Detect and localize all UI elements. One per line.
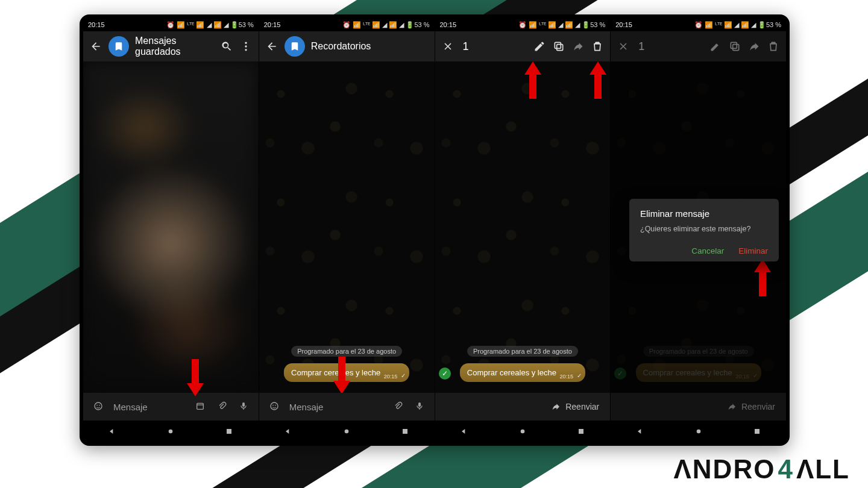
emoji-icon[interactable] [92, 401, 105, 413]
attach-icon[interactable] [215, 401, 228, 413]
delete-dialog: Eliminar mensaje ¿Quieres eliminar este … [629, 199, 779, 261]
bookmark-avatar[interactable] [285, 36, 305, 57]
back-icon[interactable] [265, 40, 278, 53]
back-icon[interactable] [89, 40, 102, 53]
message-bubble: Comprar cereales y leche 20:15 ✓ [636, 363, 761, 382]
selection-count: 1 [461, 40, 527, 53]
status-bar: 20:15 ⏰ 📶 ᴸᵀᴱ 📶 ◢ 📶 ◢ 🔋53 % [83, 18, 259, 31]
scheduled-badge: Programado para el 23 de agosto [467, 346, 578, 357]
sent-check-icon: ✓ [401, 372, 406, 379]
clock: 20:15 [440, 21, 457, 28]
mic-icon[interactable] [413, 401, 426, 413]
svg-rect-7 [242, 402, 245, 407]
svg-rect-6 [197, 403, 203, 409]
selection-check-icon: ✓ [439, 368, 451, 380]
forward-icon [551, 402, 561, 411]
nav-home-icon[interactable] [693, 426, 704, 437]
screenshot-4: 20:15 ⏰ 📶 ᴸᵀᴱ 📶 ◢ 📶 ◢ 🔋53 % 1 Programado… [610, 18, 786, 442]
chat-title: Mensajes guardados [135, 36, 214, 57]
message-placeholder[interactable]: Mensaje [113, 402, 185, 412]
forward-bar: Reenviar [611, 393, 786, 421]
bookmark-avatar[interactable] [108, 36, 129, 57]
forward-icon [747, 40, 761, 53]
app-bar: Mensajes guardados [83, 31, 259, 61]
more-icon[interactable] [239, 40, 253, 53]
screenshots-row: 20:15 ⏰ 📶 ᴸᵀᴱ 📶 ◢ 📶 ◢ 🔋53 % Mensajes gua… [80, 14, 790, 446]
svg-rect-21 [731, 42, 737, 48]
watermark-logo: ΛNDRO4ΛLL [674, 454, 851, 484]
calendar-icon[interactable] [193, 401, 207, 413]
chat-area[interactable]: Programado para el 23 de agosto Comprar … [259, 61, 435, 393]
chat-title: Recordatorios [311, 41, 429, 52]
nav-recents-icon[interactable] [224, 426, 234, 437]
delete-icon[interactable] [591, 40, 604, 53]
nav-back-icon[interactable] [283, 426, 294, 437]
forward-label: Reenviar [565, 402, 599, 411]
dialog-confirm-button[interactable]: Eliminar [738, 246, 768, 255]
android-navbar [611, 421, 786, 442]
message-text: Comprar cereales y leche [643, 368, 732, 377]
selection-count: 1 [636, 40, 703, 53]
clock: 20:15 [88, 21, 105, 28]
svg-rect-9 [227, 429, 231, 434]
message-time: 20:15 [559, 374, 573, 380]
emoji-icon[interactable] [268, 401, 281, 413]
status-icons: ⏰ 📶 ᴸᵀᴱ 📶 ◢ 📶 ◢ 🔋53 % [166, 21, 253, 29]
status-bar: 20:15 ⏰ 📶 ᴸᵀᴱ 📶 ◢ 📶 ◢ 🔋53 % [259, 18, 435, 31]
forward-bar[interactable]: Reenviar [435, 393, 611, 421]
status-bar: 20:15 ⏰ 📶 ᴸᵀᴱ 📶 ◢ 📶 ◢ 🔋53 % [435, 18, 611, 31]
status-icons: ⏰ 📶 ᴸᵀᴱ 📶 ◢ 📶 ◢ 🔋53 % [518, 21, 605, 29]
android-navbar [435, 421, 611, 442]
status-bar: 20:15 ⏰ 📶 ᴸᵀᴱ 📶 ◢ 📶 ◢ 🔋53 % [611, 18, 786, 31]
clock: 20:15 [264, 21, 281, 28]
dialog-cancel-button[interactable]: Cancelar [691, 246, 724, 255]
nav-recents-icon[interactable] [752, 426, 763, 437]
nav-home-icon[interactable] [341, 426, 352, 437]
svg-rect-16 [557, 45, 563, 51]
message-bubble[interactable]: Comprar cereales y leche 20:15 ✓ [460, 363, 585, 382]
message-time: 20:15 [384, 374, 398, 380]
svg-rect-17 [555, 42, 561, 48]
nav-home-icon[interactable] [165, 426, 176, 437]
nav-back-icon[interactable] [459, 426, 470, 437]
edit-icon [709, 40, 722, 53]
nav-back-icon[interactable] [107, 426, 118, 437]
svg-rect-20 [733, 45, 739, 51]
svg-point-14 [345, 430, 349, 434]
clock: 20:15 [615, 21, 632, 28]
message-placeholder[interactable]: Mensaje [289, 402, 383, 412]
attach-icon[interactable] [391, 401, 404, 413]
forward-icon[interactable] [571, 40, 585, 53]
svg-rect-15 [403, 429, 407, 434]
annotation-arrow [752, 259, 773, 296]
android-navbar [259, 421, 435, 442]
mic-icon[interactable] [237, 401, 250, 413]
svg-point-0 [245, 42, 247, 44]
nav-recents-icon[interactable] [400, 426, 410, 437]
android-navbar [83, 421, 259, 442]
dialog-text: ¿Quieres eliminar este mensaje? [640, 225, 768, 233]
nav-recents-icon[interactable] [576, 426, 587, 437]
svg-rect-19 [579, 429, 583, 434]
nav-back-icon[interactable] [635, 426, 646, 437]
chat-area[interactable]: Programado para el 23 de agosto ✓ Compra… [435, 61, 611, 393]
scheduled-badge: Programado para el 23 de agosto [291, 346, 402, 357]
svg-point-22 [696, 430, 700, 434]
forward-icon [727, 402, 737, 411]
svg-point-4 [96, 404, 98, 405]
message-input-bar: Mensaje [83, 393, 259, 421]
svg-rect-13 [418, 402, 421, 407]
close-icon[interactable] [441, 40, 454, 53]
edit-icon[interactable] [533, 40, 546, 53]
svg-point-10 [271, 402, 278, 410]
sent-check-icon: ✓ [577, 372, 582, 379]
copy-icon[interactable] [552, 40, 565, 53]
app-bar: Recordatorios [259, 31, 435, 61]
search-icon[interactable] [220, 40, 233, 53]
scheduled-badge: Programado para el 23 de agosto [643, 346, 754, 357]
annotation-arrow [185, 359, 206, 396]
nav-home-icon[interactable] [517, 426, 528, 437]
svg-point-11 [272, 404, 274, 405]
screenshot-2: 20:15 ⏰ 📶 ᴸᵀᴱ 📶 ◢ 📶 ◢ 🔋53 % Recordatorio… [259, 18, 435, 442]
sent-check-icon: ✓ [753, 372, 758, 379]
